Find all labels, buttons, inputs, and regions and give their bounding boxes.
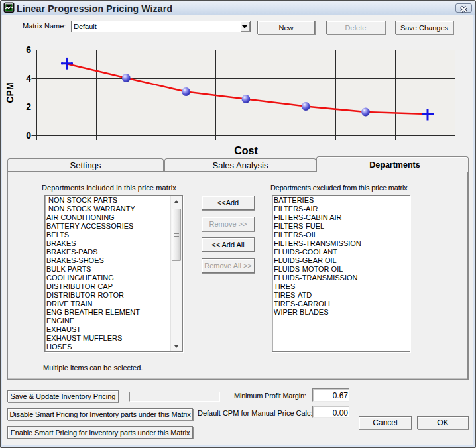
svg-text:6: 6: [26, 44, 31, 55]
svg-text:4: 4: [26, 73, 31, 84]
svg-text:0: 0: [26, 130, 31, 140]
svg-text:CPM: CPM: [5, 82, 15, 103]
svg-text:2: 2: [26, 101, 31, 112]
svg-text:Cost: Cost: [234, 145, 258, 156]
